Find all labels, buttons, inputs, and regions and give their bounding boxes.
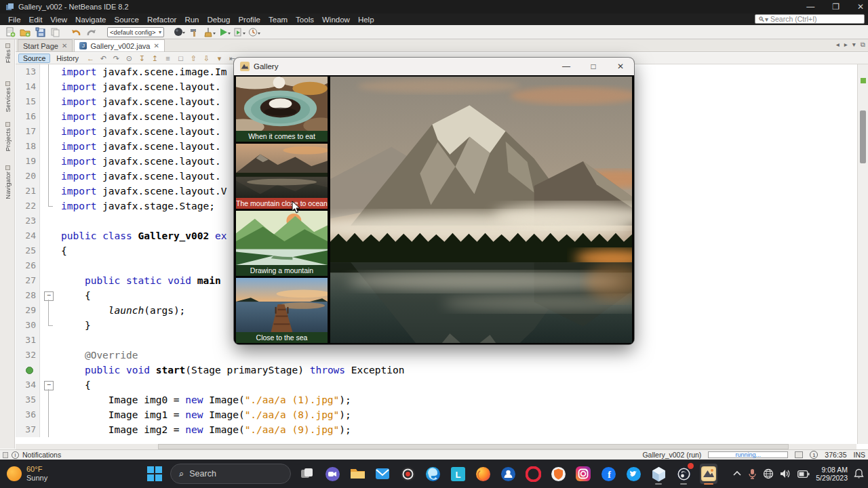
menu-item-profile[interactable]: Profile bbox=[234, 16, 264, 24]
notifications-icon[interactable]: i bbox=[12, 451, 19, 459]
thumbnail-image[interactable] bbox=[236, 144, 328, 198]
scroll-tabs-right-icon[interactable]: ▸ bbox=[844, 41, 848, 49]
file-explorer-icon[interactable] bbox=[349, 464, 366, 484]
menu-item-tools[interactable]: Tools bbox=[292, 16, 318, 24]
find-selection-icon[interactable]: ⊙ bbox=[123, 54, 135, 64]
notification-bell-icon[interactable] bbox=[854, 468, 864, 479]
menu-item-file[interactable]: File bbox=[4, 16, 25, 24]
copy-icon[interactable] bbox=[49, 26, 61, 38]
menu-item-window[interactable]: Window bbox=[318, 16, 354, 24]
thumbnail-item[interactable]: The mountain close to ocean bbox=[236, 144, 328, 209]
tab-start-page[interactable]: Start Page✕ bbox=[18, 39, 73, 52]
notifications-label[interactable]: Notifications bbox=[22, 451, 61, 459]
tab-close-icon[interactable]: ✕ bbox=[62, 42, 67, 49]
menu-item-run[interactable]: Run bbox=[180, 16, 203, 24]
process-icon[interactable] bbox=[795, 451, 803, 458]
gallery-app-icon[interactable] bbox=[700, 464, 717, 484]
twitter-icon[interactable] bbox=[625, 464, 642, 484]
undo-icon[interactable] bbox=[71, 26, 83, 38]
menu-item-team[interactable]: Team bbox=[264, 16, 292, 24]
firefox-icon[interactable] bbox=[474, 464, 492, 484]
toggle-bookmark-icon[interactable]: ▾ bbox=[214, 54, 225, 64]
screen-record-icon[interactable] bbox=[399, 464, 416, 484]
thumbnail-image[interactable] bbox=[236, 278, 328, 332]
build-project-icon[interactable] bbox=[189, 26, 201, 38]
thumbnail-item[interactable]: Drawing a mountain bbox=[236, 211, 328, 276]
taskbar-clock[interactable]: 9:08 AM5/29/2023 bbox=[816, 466, 848, 482]
start-button[interactable] bbox=[146, 466, 163, 482]
sidebar-item-files[interactable]: Files bbox=[0, 43, 15, 63]
editor-vertical-scrollbar[interactable] bbox=[857, 64, 868, 444]
chevron-up-icon[interactable] bbox=[732, 470, 742, 478]
clean-build-icon[interactable] bbox=[203, 26, 216, 38]
previous-bookmark-icon[interactable]: ⇧ bbox=[188, 54, 199, 64]
last-edit-icon[interactable]: ← bbox=[85, 54, 96, 64]
next-bookmark-icon[interactable]: ⇩ bbox=[201, 54, 212, 64]
menu-item-navigate[interactable]: Navigate bbox=[71, 16, 110, 24]
menu-item-debug[interactable]: Debug bbox=[203, 16, 234, 24]
run-progress-bar[interactable]: running... bbox=[708, 451, 788, 458]
thumbnail-item[interactable]: When it comes to eat bbox=[236, 77, 328, 142]
maximize-editor-icon[interactable]: ⧉ bbox=[861, 41, 865, 49]
gallery-maximize-icon[interactable]: □ bbox=[580, 58, 607, 75]
mail-icon[interactable] bbox=[374, 464, 391, 484]
tab-close-icon[interactable]: ✕ bbox=[153, 42, 159, 49]
menu-item-edit[interactable]: Edit bbox=[25, 16, 47, 24]
cube-3d-icon[interactable] bbox=[650, 464, 667, 484]
battery-icon[interactable] bbox=[797, 470, 810, 478]
find-previous-icon[interactable]: ↥ bbox=[149, 54, 161, 64]
thumbnail-image[interactable] bbox=[236, 77, 328, 131]
back-icon[interactable]: ↶ bbox=[98, 54, 109, 64]
tab-gallery-v002-java[interactable]: JGallery_v002.java✕ bbox=[74, 39, 164, 52]
code-fold-toggle[interactable] bbox=[40, 288, 58, 303]
profile-project-icon[interactable] bbox=[248, 26, 260, 38]
thumbnail-item[interactable]: Close to the sea bbox=[236, 278, 328, 343]
run-project-icon[interactable] bbox=[218, 26, 231, 38]
network-globe-icon[interactable] bbox=[763, 468, 774, 479]
set-configuration-icon[interactable] bbox=[174, 26, 186, 38]
weather-widget[interactable]: 60°F Sunny bbox=[7, 465, 47, 483]
forward-icon[interactable]: ↷ bbox=[111, 54, 122, 64]
instagram-icon[interactable] bbox=[574, 464, 592, 484]
gallery-titlebar[interactable]: Gallery — □ ✕ bbox=[234, 58, 634, 75]
menu-item-refactor[interactable]: Refactor bbox=[143, 16, 180, 24]
people-search-icon[interactable] bbox=[499, 464, 517, 484]
scroll-tabs-left-icon[interactable]: ◂ bbox=[836, 41, 840, 49]
new-project-icon[interactable] bbox=[19, 26, 31, 38]
close-icon[interactable]: ✕ bbox=[857, 2, 864, 12]
debug-project-icon[interactable] bbox=[233, 26, 245, 38]
sidebar-item-services[interactable]: Services bbox=[0, 81, 15, 112]
thumbnail-image[interactable] bbox=[236, 211, 328, 265]
menu-item-help[interactable]: Help bbox=[354, 16, 378, 24]
menu-item-view[interactable]: View bbox=[46, 16, 71, 24]
ide-search-box[interactable]: 🔍︎▾ Search (Ctrl+I) bbox=[755, 14, 865, 24]
editor-horizontal-scrollbar[interactable] bbox=[16, 444, 856, 449]
shield-browser-icon[interactable] bbox=[549, 464, 567, 484]
sidebar-item-navigator[interactable]: Navigator bbox=[0, 165, 15, 199]
configuration-select[interactable]: <default config>▾ bbox=[107, 27, 164, 37]
toggle-highlight-icon[interactable]: ≡ bbox=[162, 54, 174, 64]
microphone-icon[interactable] bbox=[748, 468, 757, 479]
sidebar-item-projects[interactable]: Projects bbox=[0, 122, 15, 151]
task-view-icon[interactable] bbox=[298, 464, 316, 484]
minimize-icon[interactable]: — bbox=[806, 2, 814, 12]
edge-icon[interactable] bbox=[424, 464, 441, 484]
speaker-icon[interactable] bbox=[780, 469, 791, 479]
code-fold-toggle[interactable] bbox=[40, 378, 58, 392]
gallery-minimize-icon[interactable]: — bbox=[553, 58, 580, 75]
history-view-button[interactable]: History bbox=[52, 54, 83, 62]
save-all-icon[interactable] bbox=[34, 26, 46, 38]
new-file-icon[interactable] bbox=[4, 26, 16, 38]
tab-list-icon[interactable]: ▾ bbox=[852, 41, 856, 49]
process-count-badge[interactable]: 1 bbox=[810, 451, 818, 459]
l-app-icon[interactable]: L bbox=[449, 464, 467, 484]
hscroll-thumb[interactable] bbox=[158, 444, 789, 449]
select-rectangular-icon[interactable]: □ bbox=[175, 54, 186, 64]
maximize-icon[interactable]: ❐ bbox=[832, 2, 840, 12]
source-view-button[interactable]: Source bbox=[18, 54, 50, 63]
menu-item-source[interactable]: Source bbox=[110, 16, 142, 24]
obs-icon[interactable] bbox=[675, 464, 692, 484]
facebook-icon[interactable]: f bbox=[599, 464, 617, 484]
taskbar-search[interactable]: ⌕ Search bbox=[170, 464, 291, 484]
opera-icon[interactable] bbox=[524, 464, 542, 484]
